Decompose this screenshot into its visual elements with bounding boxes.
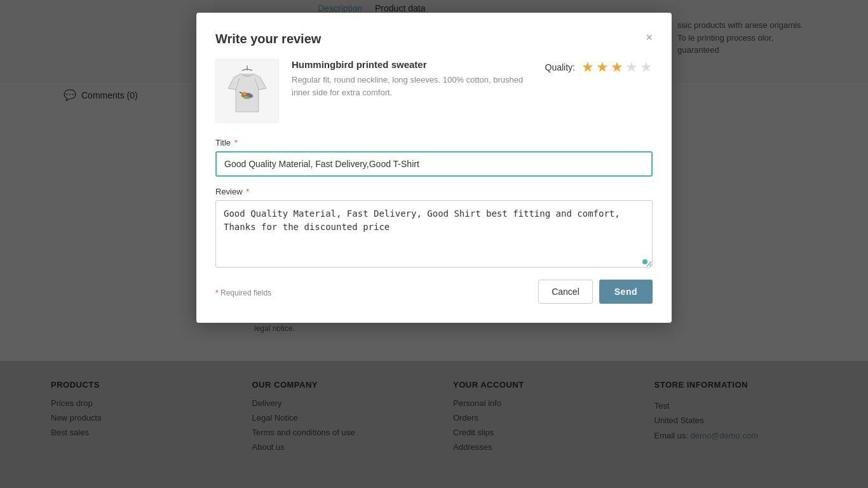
send-button[interactable]: Send — [599, 280, 653, 304]
required-note-text: Required fields — [220, 288, 271, 297]
textarea-wrapper: Good Quality Material, Fast Delivery, Go… — [215, 200, 653, 269]
quality-section: Quality: ★ ★ ★ ★ ★ — [545, 59, 653, 76]
star-5[interactable]: ★ — [640, 59, 653, 76]
star-4[interactable]: ★ — [625, 59, 638, 76]
star-3[interactable]: ★ — [611, 59, 623, 76]
button-group: Cancel Send — [538, 280, 653, 304]
review-required-star: * — [244, 187, 250, 196]
product-description: Regular fit, round neckline, long sleeve… — [292, 74, 532, 98]
required-note: * Required fields — [215, 288, 271, 297]
review-form-group: Review * Good Quality Material, Fast Del… — [215, 187, 653, 269]
modal-title: Write your review — [215, 32, 321, 46]
title-required-star: * — [232, 138, 238, 147]
svg-point-3 — [243, 92, 247, 95]
modal-footer: * Required fields Cancel Send — [215, 280, 653, 304]
cancel-button[interactable]: Cancel — [538, 280, 593, 304]
title-form-group: Title * — [215, 138, 653, 177]
required-star-icon: * — [215, 288, 219, 297]
product-row: Hummingbird printed sweater Regular fit,… — [215, 59, 653, 123]
title-input[interactable] — [215, 151, 653, 177]
resize-handle — [642, 259, 648, 264]
star-1[interactable]: ★ — [581, 59, 594, 76]
modal-overlay: Write your review × — [0, 0, 868, 488]
product-image — [215, 59, 279, 123]
review-textarea[interactable]: Good Quality Material, Fast Delivery, Go… — [215, 200, 653, 268]
quality-label: Quality: — [545, 62, 575, 72]
modal-close-button[interactable]: × — [646, 32, 653, 43]
modal-header: Write your review × — [215, 32, 653, 46]
stars-rating[interactable]: ★ ★ ★ ★ ★ — [581, 59, 653, 76]
product-name: Hummingbird printed sweater — [292, 59, 532, 70]
review-modal: Write your review × — [196, 13, 672, 323]
review-label: Review * — [215, 187, 653, 196]
product-details: Hummingbird printed sweater Regular fit,… — [292, 59, 532, 98]
star-2[interactable]: ★ — [596, 59, 609, 76]
title-label: Title * — [215, 138, 653, 147]
